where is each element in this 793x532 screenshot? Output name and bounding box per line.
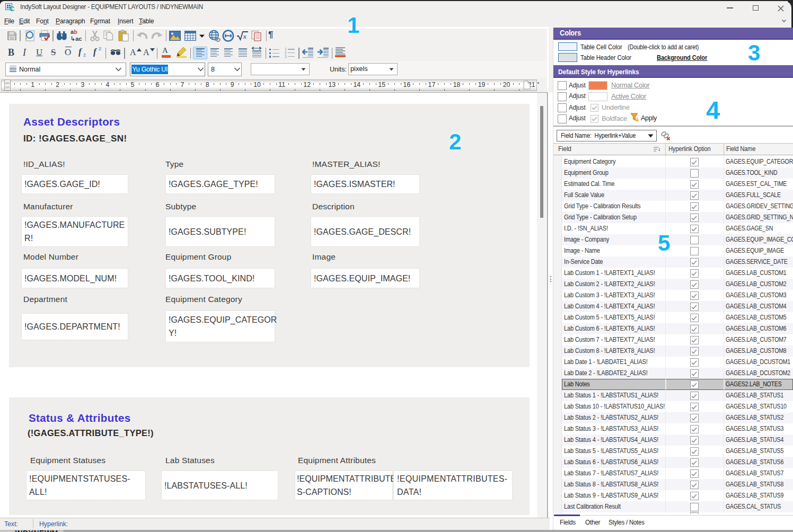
svg-text:x: x <box>243 32 247 40</box>
